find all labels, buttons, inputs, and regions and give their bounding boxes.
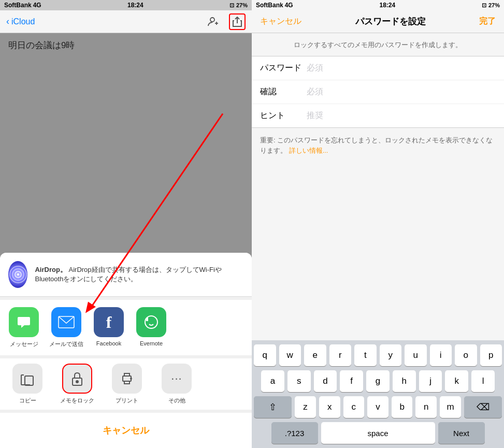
key-delete[interactable]: ⌫ — [464, 396, 502, 418]
key-a[interactable]: a — [261, 370, 284, 392]
nav-icons — [206, 13, 246, 30]
status-bar-right: SoftBank 4G 18:24 ⊡ 27% — [252, 0, 504, 10]
pw-title: パスワードを設定 — [355, 16, 426, 27]
key-r[interactable]: r — [329, 344, 352, 366]
key-next[interactable]: Next — [438, 422, 485, 444]
svg-line-3 — [91, 114, 223, 308]
left-panel: SoftBank 4G 18:24 ⊡ 27% ‹ iCloud — [0, 0, 252, 448]
key-b[interactable]: b — [392, 396, 413, 418]
carrier-left: SoftBank — [4, 2, 32, 9]
pw-description: ロックするすべてのメモ用のパスワードを作成します。 — [252, 33, 504, 56]
keyboard-row-1: q w e r t y u i o p — [254, 344, 502, 366]
key-t[interactable]: t — [354, 344, 377, 366]
pw-hint-row[interactable]: ヒント 推奨 — [252, 104, 504, 127]
key-f[interactable]: f — [340, 370, 363, 392]
pw-confirm-input[interactable]: 必須 — [307, 86, 323, 97]
svg-point-0 — [210, 18, 214, 22]
pw-password-label: パスワード — [260, 63, 307, 74]
red-arrow-annotation — [0, 33, 252, 448]
key-n[interactable]: n — [415, 396, 437, 418]
time-right: 18:24 — [379, 2, 395, 9]
key-g[interactable]: g — [366, 370, 390, 392]
pw-confirm-row[interactable]: 確認 必須 — [252, 80, 504, 104]
status-right-left: ⊡ 27% — [229, 2, 248, 9]
key-s[interactable]: s — [287, 370, 311, 392]
key-l[interactable]: l — [471, 370, 495, 392]
key-q[interactable]: q — [254, 344, 276, 366]
carrier-right: SoftBank — [256, 2, 283, 9]
key-k[interactable]: k — [445, 370, 468, 392]
pw-password-row[interactable]: パスワード 必須 — [252, 56, 504, 80]
pw-hint-input[interactable]: 推奨 — [307, 110, 323, 121]
key-h[interactable]: h — [393, 370, 416, 392]
status-left: SoftBank 4G — [4, 2, 41, 9]
back-label: iCloud — [11, 17, 35, 26]
key-c[interactable]: c — [343, 396, 365, 418]
key-num-switch[interactable]: .?123 — [271, 422, 318, 444]
key-shift[interactable]: ⇧ — [254, 396, 292, 418]
keyboard-row-bottom: .?123 space Next — [254, 422, 502, 446]
battery-left: 27% — [236, 2, 248, 8]
battery-right: 27% — [488, 2, 500, 8]
pw-hint-label: ヒント — [260, 110, 307, 121]
back-arrow-icon: ‹ — [6, 16, 9, 27]
key-v[interactable]: v — [367, 396, 388, 418]
nav-bar-left: ‹ iCloud — [0, 10, 252, 33]
pw-fields: パスワード 必須 確認 必須 ヒント 推奨 — [252, 56, 504, 128]
pw-password-input[interactable]: 必須 — [307, 63, 323, 74]
key-u[interactable]: u — [405, 344, 427, 366]
pw-done-button[interactable]: 完了 — [479, 16, 496, 27]
key-d[interactable]: d — [314, 370, 337, 392]
key-w[interactable]: w — [279, 344, 301, 366]
network-left: 4G — [33, 2, 41, 9]
key-z[interactable]: z — [295, 396, 316, 418]
right-panel: SoftBank 4G 18:24 ⊡ 27% キャンセル パスワードを設定 完… — [252, 0, 504, 448]
share-button[interactable] — [229, 13, 246, 30]
key-m[interactable]: m — [440, 396, 461, 418]
key-i[interactable]: i — [430, 344, 452, 366]
key-o[interactable]: o — [455, 344, 477, 366]
time-left: 18:24 — [127, 2, 143, 9]
pw-warning-link[interactable]: 詳しい情報... — [289, 147, 328, 154]
keyboard-row-2: a s d f g h j k l — [254, 370, 502, 392]
pw-warning: 重要: このパスワードを忘れてしまうと、ロックされたメモを表示できなくなります。… — [252, 128, 504, 163]
key-y[interactable]: y — [380, 344, 402, 366]
status-bar-left: SoftBank 4G 18:24 ⊡ 27% — [0, 0, 252, 10]
key-x[interactable]: x — [319, 396, 340, 418]
keyboard-row-3: ⇧ z x c v b n m ⌫ — [254, 396, 502, 418]
share-overlay: AirDrop。 AirDrop経由で共有する場合は、タップしてWi-FiやBl… — [0, 33, 252, 448]
key-j[interactable]: j — [419, 370, 442, 392]
status-left-right: SoftBank 4G — [256, 2, 293, 9]
password-nav: キャンセル パスワードを設定 完了 — [252, 10, 504, 33]
network-right: 4G — [285, 2, 293, 9]
pw-confirm-label: 確認 — [260, 86, 307, 97]
key-p[interactable]: p — [480, 344, 502, 366]
pw-form-area: ロックするすべてのメモ用のパスワードを作成します。 パスワード 必須 確認 必須… — [252, 33, 504, 340]
keyboard: q w e r t y u i o p a s d f g h j k l ⇧ … — [252, 340, 504, 448]
back-button[interactable]: ‹ iCloud — [6, 16, 35, 27]
status-right-right: ⊡ 27% — [482, 2, 500, 9]
pw-cancel-button[interactable]: キャンセル — [260, 16, 301, 27]
key-e[interactable]: e — [304, 344, 326, 366]
battery-icon-right: ⊡ — [482, 2, 486, 9]
key-space[interactable]: space — [321, 422, 435, 444]
battery-icon-left: ⊡ — [229, 2, 234, 9]
person-add-button[interactable] — [206, 15, 221, 29]
